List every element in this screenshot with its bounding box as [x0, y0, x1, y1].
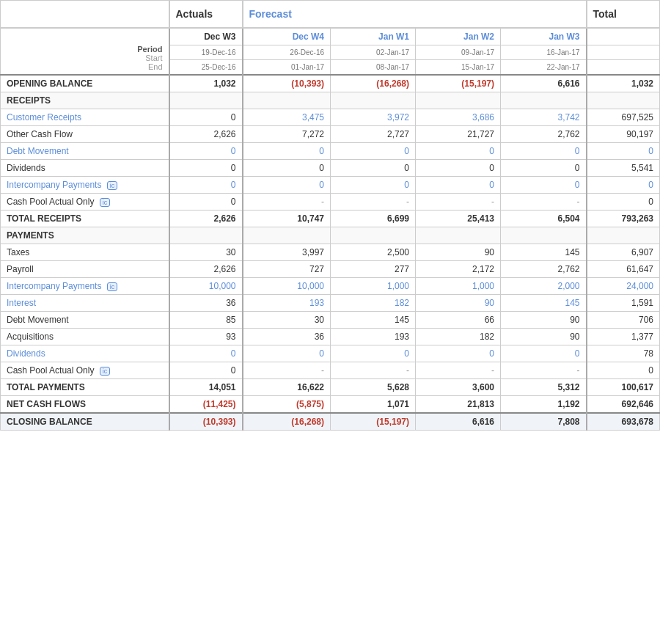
acquisitions-dec-w3: 93 — [169, 329, 243, 345]
closing-balance-jan-w2: 6,616 — [416, 413, 501, 431]
label-header — [1, 1, 169, 29]
total-receipts-dec-w3: 2,626 — [169, 211, 243, 227]
taxes-dec-w4: 3,997 — [243, 244, 331, 261]
other-cash-flow-row: Other Cash Flow 2,626 7,272 2,727 21,727… — [1, 126, 660, 143]
cash-pool-p-dec-w4: - — [243, 362, 331, 379]
ic-badge-cash-pool-r: ic — [100, 198, 111, 207]
end-label: End — [7, 62, 163, 71]
interest-dec-w4: 193 — [243, 295, 331, 312]
debt-movement-payments-row: Debt Movement 85 30 145 66 90 706 — [1, 312, 660, 329]
other-cash-flow-total: 90,197 — [587, 126, 660, 143]
intercompany-r-jan-w1: 0 — [331, 177, 416, 194]
cash-pool-p-jan-w2: - — [416, 362, 501, 379]
acquisitions-jan-w3: 90 — [501, 329, 587, 345]
ic-badge-intercompany-p: ic — [107, 282, 118, 291]
dividends-r-total: 5,541 — [587, 160, 660, 177]
cash-pool-r-jan-w1: - — [331, 194, 416, 211]
intercompany-p-total: 24,000 — [587, 278, 660, 295]
customer-receipts-row: Customer Receipts 0 3,475 3,972 3,686 3,… — [1, 109, 660, 126]
dividends-p-jan-w1: 0 — [331, 345, 416, 362]
interest-row: Interest 36 193 182 90 145 1,591 — [1, 295, 660, 312]
acquisitions-jan-w2: 182 — [416, 329, 501, 345]
cash-pool-r-label: Cash Pool Actual Only ic — [1, 194, 169, 211]
interest-jan-w3: 145 — [501, 295, 587, 312]
payroll-jan-w1: 277 — [331, 261, 416, 278]
cash-pool-r-total: 0 — [587, 194, 660, 211]
dividends-receipts-row: Dividends 0 0 0 0 0 5,541 — [1, 160, 660, 177]
start-label: Start — [7, 54, 163, 62]
customer-receipts-total: 697,525 — [587, 109, 660, 126]
payroll-label: Payroll — [1, 261, 169, 278]
cash-pool-r-dec-w4: - — [243, 194, 331, 211]
intercompany-p-label: Intercompany Payments ic — [1, 278, 169, 295]
receipts-header-label: RECEIPTS — [1, 92, 169, 109]
other-cash-flow-jan-w2: 21,727 — [416, 126, 501, 143]
debt-movement-r-jan-w2: 0 — [416, 143, 501, 160]
cash-pool-payments-row: Cash Pool Actual Only ic 0 - - - - 0 — [1, 362, 660, 379]
debt-movement-r-label: Debt Movement — [1, 143, 169, 160]
intercompany-r-jan-w2: 0 — [416, 177, 501, 194]
taxes-row: Taxes 30 3,997 2,500 90 145 6,907 — [1, 244, 660, 261]
debt-movement-r-dec-w3: 0 — [169, 143, 243, 160]
dec-w3-week: Dec W3 — [169, 28, 243, 45]
taxes-jan-w1: 2,500 — [331, 244, 416, 261]
net-cash-flows-jan-w1: 1,071 — [331, 396, 416, 414]
jan-w2-end: 15-Jan-17 — [416, 60, 501, 76]
debt-movement-r-jan-w3: 0 — [501, 143, 587, 160]
interest-label: Interest — [1, 295, 169, 312]
cash-pool-r-jan-w2: - — [416, 194, 501, 211]
interest-total: 1,591 — [587, 295, 660, 312]
total-payments-jan-w1: 5,628 — [331, 379, 416, 396]
net-cash-flows-jan-w2: 21,813 — [416, 396, 501, 414]
dec-w3-start: 19-Dec-16 — [169, 45, 243, 60]
net-cash-flows-jan-w3: 1,192 — [501, 396, 587, 414]
jan-w1-week: Jan W1 — [331, 28, 416, 45]
ic-badge-cash-pool-p: ic — [100, 367, 111, 376]
total-receipts-jan-w2: 25,413 — [416, 211, 501, 227]
other-cash-flow-jan-w1: 2,727 — [331, 126, 416, 143]
opening-balance-jan-w3: 6,616 — [501, 75, 587, 92]
total-start-blank — [587, 45, 660, 60]
jan-w2-week: Jan W2 — [416, 28, 501, 45]
customer-receipts-dec-w4: 3,475 — [243, 109, 331, 126]
debt-movement-p-jan-w3: 90 — [501, 312, 587, 329]
debt-movement-p-total: 706 — [587, 312, 660, 329]
total-payments-dec-w3: 14,051 — [169, 379, 243, 396]
cash-flow-table: Actuals Forecast Total Period Start End … — [0, 0, 660, 431]
jan-w2-start: 09-Jan-17 — [416, 45, 501, 60]
customer-receipts-label: Customer Receipts — [1, 109, 169, 126]
intercompany-payments-row: Intercompany Payments ic 10,000 10,000 1… — [1, 278, 660, 295]
opening-balance-jan-w2: (15,197) — [416, 75, 501, 92]
opening-balance-dec-w3: 1,032 — [169, 75, 243, 92]
acquisitions-label: Acquisitions — [1, 329, 169, 345]
dividends-p-total: 78 — [587, 345, 660, 362]
cash-pool-p-label: Cash Pool Actual Only ic — [1, 362, 169, 379]
intercompany-p-jan-w1: 1,000 — [331, 278, 416, 295]
dividends-p-jan-w3: 0 — [501, 345, 587, 362]
other-cash-flow-dec-w3: 2,626 — [169, 126, 243, 143]
taxes-jan-w3: 145 — [501, 244, 587, 261]
dividends-r-dec-w4: 0 — [243, 160, 331, 177]
closing-balance-label: CLOSING BALANCE — [1, 413, 169, 431]
other-cash-flow-label: Other Cash Flow — [1, 126, 169, 143]
opening-balance-jan-w1: (16,268) — [331, 75, 416, 92]
acquisitions-row: Acquisitions 93 36 193 182 90 1,377 — [1, 329, 660, 345]
jan-w3-start: 16-Jan-17 — [501, 45, 587, 60]
total-receipts-dec-w4: 10,747 — [243, 211, 331, 227]
dividends-p-jan-w2: 0 — [416, 345, 501, 362]
debt-movement-r-dec-w4: 0 — [243, 143, 331, 160]
net-cash-flows-row: NET CASH FLOWS (11,425) (5,875) 1,071 21… — [1, 396, 660, 414]
debt-movement-p-jan-w2: 66 — [416, 312, 501, 329]
total-receipts-row: TOTAL RECEIPTS 2,626 10,747 6,699 25,413… — [1, 211, 660, 227]
dividends-r-dec-w3: 0 — [169, 160, 243, 177]
jan-w3-week: Jan W3 — [501, 28, 587, 45]
dec-w4-week: Dec W4 — [243, 28, 331, 45]
payroll-row: Payroll 2,626 727 277 2,172 2,762 61,647 — [1, 261, 660, 278]
jan-w3-end: 22-Jan-17 — [501, 60, 587, 76]
dec-w4-start: 26-Dec-16 — [243, 45, 331, 60]
period-week-row: Period Start End Dec W3 Dec W4 Jan W1 Ja… — [1, 28, 660, 45]
closing-balance-dec-w3: (10,393) — [169, 413, 243, 431]
dividends-r-jan-w3: 0 — [501, 160, 587, 177]
debt-movement-r-total: 0 — [587, 143, 660, 160]
intercompany-p-jan-w2: 1,000 — [416, 278, 501, 295]
